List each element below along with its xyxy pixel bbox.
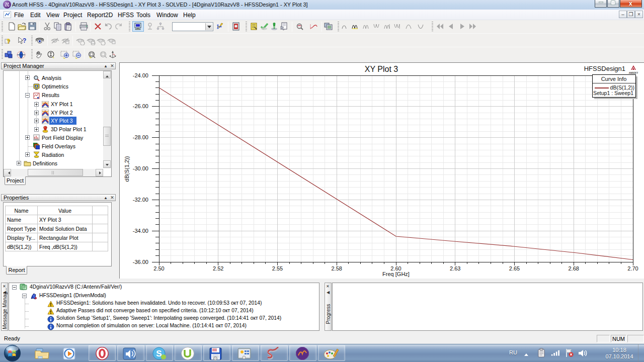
svg-text:-28.00: -28.00	[133, 134, 148, 140]
svg-text:?: ?	[23, 37, 26, 44]
svg-text:2.52: 2.52	[213, 265, 223, 272]
svg-text:-30.00: -30.00	[133, 165, 148, 171]
svg-text:2.63: 2.63	[450, 265, 460, 272]
svg-text:2.50: 2.50	[153, 265, 164, 272]
svg-text:2.70: 2.70	[627, 265, 638, 272]
svg-text:Setup1 : Sweep1: Setup1 : Sweep1	[593, 90, 633, 96]
svg-text:-26.00: -26.00	[133, 103, 148, 109]
svg-text:-34.00: -34.00	[133, 228, 148, 234]
svg-text:XY Plot 3: XY Plot 3	[365, 65, 398, 73]
svg-text:-36.00: -36.00	[133, 259, 148, 265]
svg-text:2.65: 2.65	[509, 265, 520, 272]
svg-text:S: S	[156, 349, 162, 358]
svg-text:Freq [GHz]: Freq [GHz]	[382, 271, 410, 277]
svg-text:Curve Info: Curve Info	[601, 76, 627, 82]
svg-text:ANSOFT: ANSOFT	[629, 72, 638, 74]
svg-text:2.68: 2.68	[568, 265, 579, 272]
svg-text:-32.00: -32.00	[133, 197, 148, 203]
svg-text:HFSSDesign1: HFSSDesign1	[584, 65, 625, 72]
svg-text:?: ?	[7, 39, 11, 45]
svg-text:2.58: 2.58	[331, 265, 342, 272]
svg-text:-24.00: -24.00	[133, 72, 148, 78]
svg-text:dB(S(1,2)): dB(S(1,2))	[124, 156, 130, 182]
svg-text:2.55: 2.55	[272, 265, 283, 272]
